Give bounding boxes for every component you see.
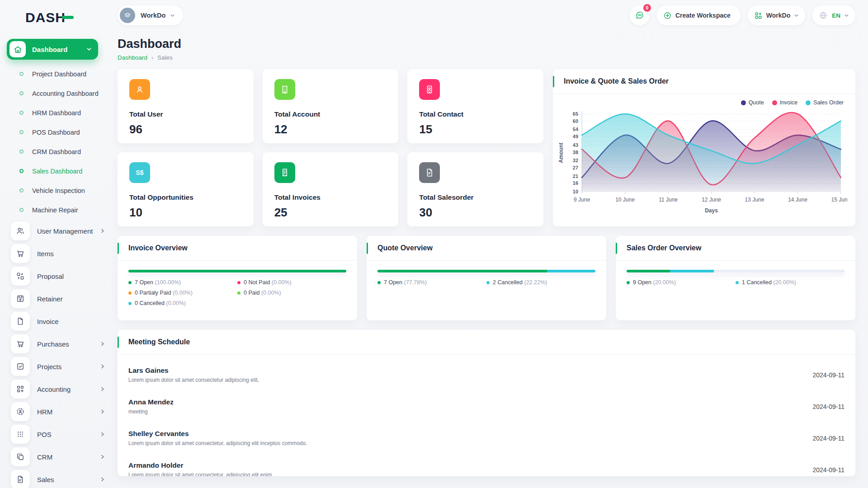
chevron-down-icon bbox=[844, 13, 849, 18]
app-switcher-button[interactable]: WorkDo bbox=[748, 5, 805, 25]
chevron-right-icon bbox=[100, 364, 105, 369]
legend-dot bbox=[237, 281, 241, 284]
bullet-ring-icon bbox=[19, 169, 24, 173]
legend-dot bbox=[128, 302, 132, 305]
legend-dot bbox=[736, 281, 739, 284]
chevron-right-icon bbox=[100, 229, 105, 233]
legend-item: 0 Cancelled (0.00%) bbox=[128, 300, 237, 306]
legend-item: 7 Open (100.00%) bbox=[128, 279, 237, 286]
sidebar-item-accounting[interactable]: Accounting bbox=[0, 378, 112, 400]
stats-grid: Total User 96 Total Account 12 Total Con… bbox=[118, 69, 543, 226]
bullet-ring-icon bbox=[19, 188, 24, 192]
svg-text:12 June: 12 June bbox=[702, 197, 721, 203]
brand-logo[interactable]: DASH bbox=[25, 10, 112, 25]
sidebar-item-sales[interactable]: Sales bbox=[0, 468, 112, 488]
top-bar-actions: 0 Create Workspace WorkDo EN bbox=[630, 5, 855, 25]
breadcrumb: Dashboard › Sales bbox=[118, 54, 855, 61]
workspace-selector[interactable]: WorkDo bbox=[118, 5, 183, 25]
proposal-icon bbox=[11, 267, 30, 286]
sidebar: DASH Dashboard Project Dashboard Account… bbox=[0, 0, 112, 488]
area-chart: 10162127323843495460659 June10 June11 Ju… bbox=[553, 106, 855, 226]
crm-icon bbox=[11, 447, 30, 466]
sidebar-item-hrm-dashboard[interactable]: HRM Dashboard bbox=[0, 103, 112, 122]
meeting-schedule-card: Meeting Schedule Lars GainesLorem ipsum … bbox=[118, 330, 855, 476]
meeting-date: 2024-09-11 bbox=[812, 403, 844, 410]
top-bar: WorkDo 0 Create Workspace WorkDo bbox=[116, 5, 855, 25]
sidebar-menu: User Management Items Proposal Retainer … bbox=[0, 220, 112, 488]
messages-button[interactable]: 0 bbox=[630, 5, 650, 25]
sidebar-item-accounting-dashboard[interactable]: Accounting Dashboard bbox=[0, 84, 112, 103]
sidebar-item-projects[interactable]: Projects bbox=[0, 355, 112, 378]
sidebar-item-crm-dashboard[interactable]: CRM Dashboard bbox=[0, 142, 112, 161]
svg-text:43: 43 bbox=[573, 142, 578, 148]
retainer-icon bbox=[11, 289, 30, 308]
stat-card-total-invoices: Total Invoices 25 bbox=[263, 152, 399, 226]
breadcrumb-current: Sales bbox=[157, 54, 173, 61]
create-workspace-button[interactable]: Create Workspace bbox=[657, 5, 741, 25]
invoice-overview-card: Invoice Overview 7 Open (100.00%) 0 Not … bbox=[118, 236, 357, 320]
chevron-right-icon bbox=[100, 409, 105, 414]
svg-text:15 June: 15 June bbox=[831, 197, 847, 203]
globe-icon bbox=[819, 11, 828, 20]
sidebar-item-retainer[interactable]: Retainer bbox=[0, 287, 112, 310]
bullet-ring-icon bbox=[19, 111, 24, 115]
sidebar-item-machine-repair[interactable]: Machine Repair bbox=[0, 200, 112, 220]
sidebar-item-pos[interactable]: POS bbox=[0, 423, 112, 446]
sidebar-item-pos-dashboard[interactable]: POS Dashboard bbox=[0, 122, 112, 142]
sidebar-item-invoice[interactable]: Invoice bbox=[0, 310, 112, 333]
svg-text:10: 10 bbox=[573, 189, 578, 194]
legend-dot bbox=[128, 281, 132, 284]
sidebar-item-items[interactable]: Items bbox=[0, 242, 112, 265]
home-icon bbox=[9, 41, 26, 57]
legend-dot bbox=[772, 100, 777, 105]
plus-circle-icon bbox=[663, 11, 672, 20]
legend-dot bbox=[128, 291, 132, 295]
purchases-icon bbox=[11, 334, 30, 353]
svg-text:11 June: 11 June bbox=[659, 197, 678, 203]
meeting-date: 2024-09-11 bbox=[812, 371, 844, 379]
sidebar-item-vehicle-inspection[interactable]: Vehicle Inspection bbox=[0, 181, 112, 200]
svg-text:Amount: Amount bbox=[558, 142, 564, 163]
chart-legend: QuoteInvoiceSales Order bbox=[565, 99, 844, 106]
cart-icon bbox=[11, 244, 30, 263]
chart-legend-item: Quote bbox=[741, 99, 764, 106]
svg-text:13 June: 13 June bbox=[745, 197, 764, 203]
legend-item: 2 Cancelled (22.22%) bbox=[486, 279, 595, 286]
sidebar-item-crm[interactable]: CRM bbox=[0, 446, 112, 468]
breadcrumb-separator: › bbox=[151, 55, 153, 61]
svg-text:9 June: 9 June bbox=[574, 197, 590, 203]
sales-order-overview-card: Sales Order Overview 9 Open (20.00%) 1 C… bbox=[616, 236, 855, 320]
chart-card-header: Invoice & Quote & Sales Order bbox=[553, 69, 855, 94]
chevron-right-icon bbox=[100, 432, 105, 436]
sidebar-item-dashboard[interactable]: Dashboard bbox=[7, 39, 98, 60]
sales-icon bbox=[11, 470, 30, 488]
chevron-right-icon bbox=[100, 477, 105, 482]
notification-badge: 0 bbox=[643, 4, 651, 12]
chevron-right-icon bbox=[100, 387, 105, 391]
meeting-date: 2024-09-11 bbox=[812, 435, 844, 442]
svg-text:Days: Days bbox=[705, 207, 718, 214]
sidebar-item-proposal[interactable]: Proposal bbox=[0, 265, 112, 287]
chevron-down-icon bbox=[794, 13, 799, 18]
legend-item: 0 Paid (0.00%) bbox=[237, 290, 346, 296]
sidebar-item-purchases[interactable]: Purchases bbox=[0, 333, 112, 355]
sidebar-item-project-dashboard[interactable]: Project Dashboard bbox=[0, 64, 112, 84]
meeting-row: Shelley CervantesLorem ipsum dolor sit a… bbox=[118, 423, 855, 453]
hrm-icon bbox=[11, 402, 30, 421]
dashboard-submenu: Project Dashboard Accounting Dashboard H… bbox=[0, 64, 112, 220]
svg-text:32: 32 bbox=[573, 158, 578, 163]
sidebar-item-user-management[interactable]: User Management bbox=[0, 220, 112, 242]
quote-overview-progress bbox=[377, 270, 595, 272]
language-code: EN bbox=[832, 12, 840, 19]
breadcrumb-dashboard-link[interactable]: Dashboard bbox=[118, 54, 147, 61]
stat-card-total-account: Total Account 12 bbox=[263, 69, 399, 143]
language-selector[interactable]: EN bbox=[812, 5, 855, 25]
building-icon bbox=[274, 79, 295, 100]
legend-dot bbox=[237, 291, 241, 295]
sidebar-item-sales-dashboard[interactable]: Sales Dashboard bbox=[0, 161, 112, 181]
sidebar-item-hrm[interactable]: HRM bbox=[0, 400, 112, 423]
brand-logo-dash bbox=[62, 16, 74, 19]
currency-icon: S$ bbox=[129, 162, 150, 183]
projects-icon bbox=[11, 357, 30, 376]
legend-item: 7 Open (77.78%) bbox=[377, 279, 486, 286]
